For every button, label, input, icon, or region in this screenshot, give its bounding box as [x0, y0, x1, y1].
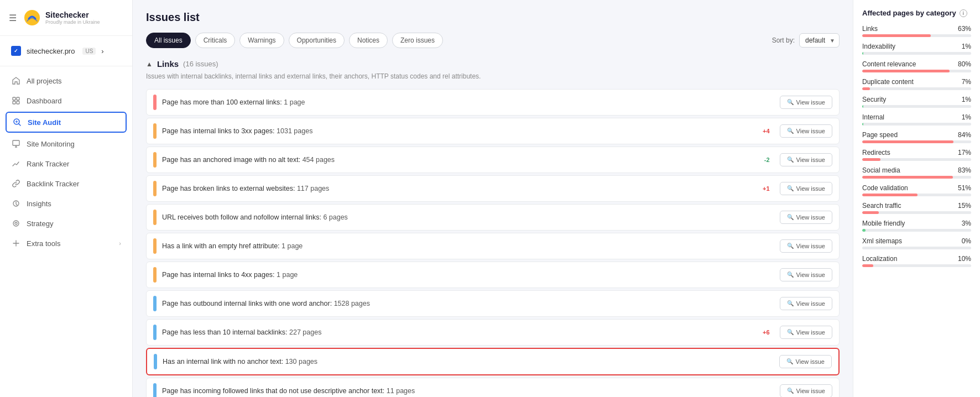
filter-criticals[interactable]: Criticals	[195, 33, 236, 48]
issue-indicator	[154, 354, 157, 369]
sidebar-item-insights[interactable]: Insights	[0, 194, 132, 213]
hamburger-icon[interactable]: ☰	[9, 13, 17, 23]
content-area: Issues list All issues Criticals Warning…	[133, 0, 980, 397]
stat-row: Content relevance 80%	[862, 60, 971, 68]
view-issue-button[interactable]: 🔍 View issue	[780, 268, 832, 281]
issue-text: Page has outbound internal links with on…	[162, 300, 749, 307]
filter-zero-issues[interactable]: Zero issues	[392, 33, 443, 48]
search-icon: 🔍	[787, 99, 794, 105]
issue-text: Page has more than 100 external links: 1…	[162, 98, 749, 106]
stat-pct: 17%	[958, 149, 971, 156]
stat-bar	[862, 229, 971, 232]
issue-count: 1 page	[284, 98, 305, 106]
issue-count: 227 pages	[289, 328, 321, 336]
view-issue-button[interactable]: 🔍 View issue	[780, 326, 832, 339]
stat-pct: 10%	[958, 255, 971, 263]
sidebar-item-dashboard[interactable]: Dashboard	[0, 91, 132, 111]
issue-indicator	[153, 325, 157, 340]
view-issue-button[interactable]: 🔍 View issue	[780, 239, 832, 253]
issue-count: 1 page	[282, 242, 303, 250]
sidebar-item-site-monitoring[interactable]: Site Monitoring	[0, 134, 132, 154]
stat-row: Localization 10%	[862, 255, 971, 263]
search-icon: 🔍	[787, 329, 794, 335]
stat-bar	[862, 140, 971, 143]
logo-subtitle: Proudly made in Ukraine	[45, 19, 100, 25]
stat-bar	[862, 105, 971, 108]
filter-warnings[interactable]: Warnings	[239, 33, 284, 48]
project-tag: US	[82, 48, 96, 55]
view-issue-label: View issue	[796, 185, 825, 192]
issue-text: Page has less than 10 internal backlinks…	[162, 328, 749, 336]
stat-bar	[862, 52, 971, 55]
sidebar-item-label: Strategy	[27, 220, 121, 228]
search-icon: 🔍	[787, 388, 794, 394]
svg-rect-4	[17, 101, 19, 104]
issue-count: 117 pages	[297, 185, 329, 192]
issue-row: Page has incoming followed links that do…	[146, 378, 840, 397]
search-icon: 🔍	[787, 271, 794, 278]
stat-name: Redirects	[862, 149, 890, 156]
view-issue-button[interactable]: 🔍 View issue	[780, 153, 832, 166]
issue-text: URL receives both follow and nofollow in…	[162, 213, 749, 221]
category-stat-item: Indexability 1%	[862, 43, 971, 55]
issue-count: 11 pages	[387, 387, 415, 395]
search-icon: 🔍	[787, 300, 794, 306]
issue-row: Has an internal link with no anchor text…	[146, 348, 840, 375]
category-stat-item: Links 63%	[862, 25, 971, 37]
stat-bar-fill	[862, 158, 880, 161]
audit-icon	[12, 117, 22, 127]
issue-delta: +6	[754, 329, 770, 336]
stat-pct: 1%	[962, 96, 971, 103]
sidebar-item-all-projects[interactable]: All projects	[0, 71, 132, 91]
category-toggle[interactable]: ▲	[146, 60, 153, 68]
issue-count: 1 page	[277, 271, 298, 279]
filter-opportunities[interactable]: Opportunities	[289, 33, 345, 48]
stat-row: Indexability 1%	[862, 43, 971, 50]
info-icon[interactable]: i	[960, 9, 967, 17]
view-issue-button[interactable]: 🔍 View issue	[780, 96, 832, 109]
sidebar-item-rank-tracker[interactable]: Rank Tracker	[0, 154, 132, 174]
view-issue-button[interactable]: 🔍 View issue	[780, 297, 832, 310]
sidebar-item-label: Site Monitoring	[27, 140, 121, 148]
issues-panel: Issues list All issues Criticals Warning…	[133, 0, 853, 397]
sidebar-item-extra-tools[interactable]: Extra tools ›	[0, 233, 132, 253]
stat-bar-fill	[862, 176, 953, 179]
stat-row: Internal 1%	[862, 113, 971, 121]
view-issue-button[interactable]: 🔍 View issue	[780, 182, 832, 195]
search-icon: 🔍	[787, 156, 794, 163]
sidebar-item-strategy[interactable]: Strategy	[0, 213, 132, 233]
issue-title: Has a link with an empty href attribute:	[162, 242, 280, 250]
stat-bar-fill	[862, 140, 953, 143]
issue-title: Page has less than 10 internal backlinks…	[162, 328, 288, 336]
view-issue-label: View issue	[796, 156, 825, 163]
view-issue-button[interactable]: 🔍 View issue	[779, 355, 832, 368]
sidebar-item-backlink-tracker[interactable]: Backlink Tracker	[0, 174, 132, 194]
category-stat-item: Internal 1%	[862, 113, 971, 126]
stat-row: Mobile friendly 3%	[862, 220, 971, 227]
category-stat-item: Xml sitemaps 0%	[862, 237, 971, 249]
category-count: (16 issues)	[183, 60, 218, 68]
stat-pct: 1%	[962, 113, 971, 121]
stat-bar	[862, 211, 971, 214]
issue-row: Page has broken links to external websit…	[146, 175, 840, 202]
filter-all-issues[interactable]: All issues	[146, 33, 191, 48]
search-icon: 🔍	[786, 358, 793, 364]
filter-notices[interactable]: Notices	[349, 33, 388, 48]
stat-row: Page speed 84%	[862, 131, 971, 139]
category-stat-item: Page speed 84%	[862, 131, 971, 143]
sort-select[interactable]: default	[799, 33, 840, 48]
category-stats: Links 63% Indexability 1% Content releva…	[862, 25, 971, 267]
view-issue-label: View issue	[796, 99, 825, 106]
stat-row: Search traffic 15%	[862, 202, 971, 210]
view-issue-button[interactable]: 🔍 View issue	[780, 124, 832, 138]
project-item[interactable]: ✓ sitechecker.pro US ›	[0, 41, 132, 60]
issue-title: Page has internal links to 3xx pages:	[162, 127, 275, 135]
issue-count: 1528 pages	[334, 300, 370, 307]
issue-title: Has an internal link with no anchor text…	[163, 358, 283, 365]
sidebar-item-site-audit[interactable]: Site Audit	[6, 112, 127, 133]
issue-row: Page has internal links to 4xx pages: 1 …	[146, 262, 840, 288]
view-issue-button[interactable]: 🔍 View issue	[780, 384, 832, 397]
stat-bar-fill	[862, 105, 863, 108]
issue-row: Page has less than 10 internal backlinks…	[146, 319, 840, 346]
view-issue-button[interactable]: 🔍 View issue	[780, 211, 832, 224]
